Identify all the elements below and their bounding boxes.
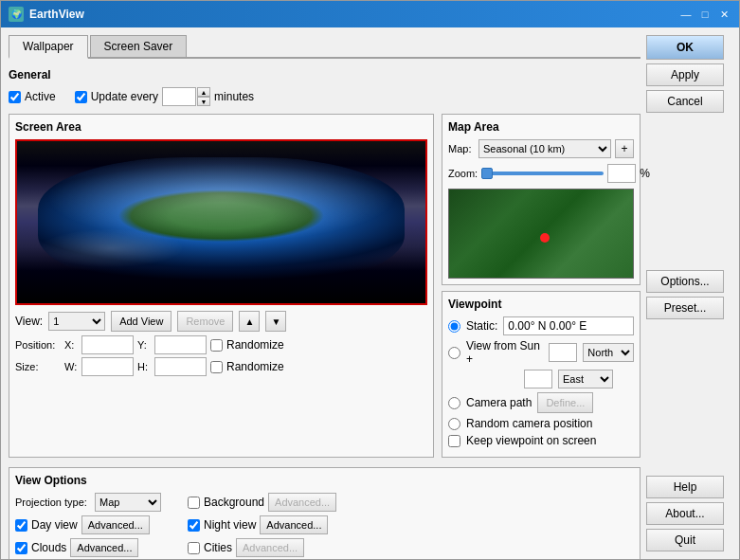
view-controls: View: 1 Add View Remove ▲ ▼ [15, 311, 427, 332]
ok-button[interactable]: OK [646, 35, 724, 60]
minimize-button[interactable]: — [678, 7, 694, 22]
viewpoint-title: Viewpoint [448, 298, 634, 311]
map-plus-button[interactable]: + [615, 139, 634, 158]
night-view-label: Night view [204, 518, 256, 532]
map-select[interactable]: Seasonal (10 km) [478, 139, 611, 158]
map-preview [448, 189, 634, 279]
view-label: View: [15, 315, 43, 328]
title-bar: 🌍 EarthView — □ ✕ [1, 1, 739, 27]
cancel-button[interactable]: Cancel [646, 90, 724, 113]
define-button[interactable]: Define... [537, 392, 593, 413]
static-row: Static: 0.00° N 0.00° E [448, 316, 634, 335]
maximize-button[interactable]: □ [697, 7, 713, 22]
update-checkbox[interactable] [75, 91, 87, 103]
content-area: Wallpaper Screen Saver General Active Up… [1, 27, 739, 559]
apply-button[interactable]: Apply [646, 63, 724, 86]
arrow-up-button[interactable]: ▲ [239, 311, 260, 332]
camera-path-row: Camera path Define... [448, 392, 634, 413]
sun-degree-input[interactable]: 0° [549, 343, 577, 362]
cities-checkbox[interactable] [188, 542, 200, 554]
background-adv-button[interactable]: Advanced... [268, 493, 336, 512]
day-view-label: Day view [31, 518, 78, 532]
size-row: Size: W: 1920 H: 1080 Randomize [15, 357, 427, 376]
east-degree-input[interactable]: 0° [524, 370, 552, 388]
quit-button[interactable]: Quit [646, 529, 724, 551]
night-view-checkbox[interactable] [188, 519, 200, 532]
randomize1-checkbox[interactable] [210, 339, 223, 352]
position-label: Position: [15, 339, 61, 351]
zoom-slider[interactable] [481, 172, 604, 175]
help-button[interactable]: Help [646, 476, 724, 498]
options-button[interactable]: Options... [646, 270, 724, 293]
about-button[interactable]: About... [646, 502, 724, 525]
random-camera-label: Random camera position [466, 417, 592, 430]
camera-path-label: Camera path [466, 396, 532, 409]
close-button[interactable]: ✕ [716, 7, 731, 22]
clouds-checkbox[interactable] [15, 542, 27, 554]
background-checkbox[interactable] [188, 497, 200, 509]
add-view-button[interactable]: Add View [111, 311, 171, 332]
map-land [449, 190, 633, 278]
zoom-input[interactable]: 1 [607, 164, 636, 183]
tab-wallpaper[interactable]: Wallpaper [9, 35, 88, 59]
main-area: Wallpaper Screen Saver General Active Up… [9, 35, 641, 551]
arrow-down-button[interactable]: ▼ [265, 311, 286, 332]
night-view-row: Night view Advanced... [188, 515, 336, 534]
screen-preview: 1 [15, 139, 427, 305]
keep-viewpoint-checkbox[interactable] [448, 435, 460, 447]
static-label: Static: [466, 319, 497, 333]
camera-path-radio[interactable] [448, 397, 460, 409]
update-checkbox-row: Update every 10 ▲ ▼ minutes [75, 87, 254, 106]
clouds-adv-button[interactable]: Advanced... [70, 538, 138, 557]
keep-viewpoint-row: Keep viewpoint on screen [448, 434, 634, 447]
east-row: 0° East West [448, 370, 634, 388]
spin-up-button[interactable]: ▲ [197, 87, 210, 97]
main-window: 🌍 EarthView — □ ✕ Wallpaper Screen Saver… [0, 0, 740, 560]
cities-adv-button[interactable]: Advanced... [236, 538, 304, 557]
map-area-title: Map Area [448, 120, 634, 134]
spin-down-button[interactable]: ▼ [197, 97, 210, 106]
night-view-adv-button[interactable]: Advanced... [260, 515, 328, 534]
keep-viewpoint-label: Keep viewpoint on screen [466, 434, 596, 447]
update-value-input[interactable]: 10 [162, 87, 196, 106]
day-view-adv-button[interactable]: Advanced... [81, 515, 150, 534]
vo-right: Background Advanced... Night view Advanc… [188, 493, 336, 557]
x-input[interactable]: 0 [81, 335, 134, 354]
h-label: H: [137, 361, 151, 372]
update-label: Update every [91, 90, 158, 103]
background-row: Background Advanced... [188, 493, 336, 512]
app-title: EarthView [29, 8, 678, 21]
background-label: Background [204, 496, 264, 509]
y-input[interactable]: 0 [154, 335, 207, 354]
screen-area-panel: Screen Area 1 View: 1 [9, 114, 434, 458]
active-checkbox[interactable] [9, 91, 21, 103]
map-area-panel: Map Area Map: Seasonal (10 km) + Zoom: 1 [442, 114, 641, 285]
h-input[interactable]: 1080 [154, 357, 207, 376]
random-camera-radio[interactable] [448, 418, 460, 430]
viewpoint-panel: Viewpoint Static: 0.00° N 0.00° E View f… [442, 291, 641, 458]
cities-row: Cities Advanced... [188, 538, 336, 557]
sun-radio[interactable] [448, 347, 460, 359]
right-panels: Map Area Map: Seasonal (10 km) + Zoom: 1 [442, 114, 641, 458]
zoom-row: Zoom: 1 % [448, 164, 634, 183]
projection-row: Projection type: Map Sphere Flat [15, 493, 161, 512]
north-select[interactable]: North South [583, 343, 634, 362]
tab-screensaver[interactable]: Screen Saver [90, 35, 188, 57]
static-radio[interactable] [448, 320, 460, 333]
preset-button[interactable]: Preset... [646, 297, 724, 319]
day-view-checkbox[interactable] [15, 519, 27, 532]
w-input[interactable]: 1920 [81, 357, 134, 376]
active-checkbox-row: Active [9, 90, 56, 103]
view-options-panel: View Options Projection type: Map Sphere… [9, 467, 641, 559]
view-options-controls: Projection type: Map Sphere Flat Day vie… [15, 493, 634, 557]
clouds-row: Clouds Advanced... [15, 538, 161, 557]
tab-bar: Wallpaper Screen Saver [9, 35, 641, 59]
projection-select[interactable]: Map Sphere Flat [95, 493, 161, 512]
randomize2-checkbox[interactable] [210, 361, 223, 373]
view-select[interactable]: 1 [48, 312, 105, 331]
remove-button[interactable]: Remove [177, 311, 233, 332]
east-select[interactable]: East West [558, 370, 613, 388]
randomize2-label: Randomize [226, 360, 284, 373]
clouds-label: Clouds [31, 541, 66, 554]
proj-label: Projection type: [15, 497, 91, 508]
